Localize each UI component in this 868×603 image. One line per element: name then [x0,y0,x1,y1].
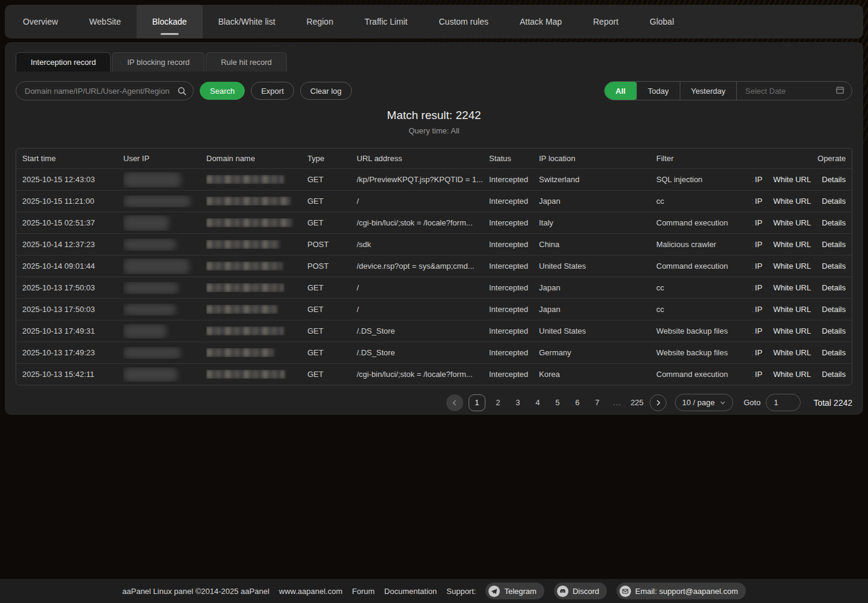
block-ip-link[interactable]: Block IP [753,175,768,184]
discord-label: Discord [573,587,599,596]
table-row: 2025-10-13 15:42:11 GET /cgi-bin/luci/;s… [16,363,852,385]
details-link[interactable]: Details [816,262,846,271]
page-size-select[interactable]: 10 / page [675,394,733,411]
block-ip-link[interactable]: Block IP [753,326,768,335]
page-7[interactable]: 7 [590,394,605,411]
page-5[interactable]: 5 [550,394,565,411]
table-row: 2025-10-15 02:51:37 GET /cgi-bin/luci/;s… [16,212,852,233]
table-header: Start time User IP Domain name Type URL … [16,148,852,168]
white-url-link[interactable]: White URL [768,197,816,206]
col-status: Status [489,154,539,163]
footer-website-link[interactable]: www.aapanel.com [279,587,343,596]
search-icon[interactable] [177,86,187,98]
next-page-button[interactable] [650,394,666,411]
redacted-user-ip [123,304,176,316]
block-ip-link[interactable]: Block IP [753,370,768,379]
white-url-link[interactable]: White URL [768,218,816,227]
page-3[interactable]: 3 [511,394,525,411]
discord-button[interactable]: Discord [554,583,607,599]
date-filter-yesterday[interactable]: Yesterday [680,82,736,100]
chevron-right-icon [654,399,662,406]
details-link[interactable]: Details [816,326,846,335]
select-date-input[interactable]: Select Date [736,82,852,100]
col-operate: Operate [753,154,846,163]
details-link[interactable]: Details [816,240,846,249]
footer-documentation-link[interactable]: Documentation [384,587,437,596]
details-link[interactable]: Details [816,218,846,227]
block-ip-link[interactable]: Block IP [753,240,768,249]
goto-page-input[interactable] [766,394,801,411]
table-body: 2025-10-15 12:43:03 GET /kp/PreviewKPQT.… [16,168,852,385]
redacted-domain [206,262,282,271]
nav-item-region[interactable]: Region [291,5,349,38]
page-1[interactable]: 1 [469,394,485,411]
col-domain-name: Domain name [206,154,307,163]
nav-item-overview[interactable]: Overview [7,5,73,38]
block-ip-link[interactable]: Block IP [753,305,768,314]
telegram-button[interactable]: Telegram [485,583,544,599]
col-filter: Filter [656,154,753,163]
nav-item-report[interactable]: Report [577,5,634,38]
redacted-domain [206,197,291,206]
details-link[interactable]: Details [816,197,846,206]
table-row: 2025-10-15 11:21:00 GET / Intercepted Ja… [16,190,852,212]
col-user-ip: User IP [123,154,206,163]
date-filter-today[interactable]: Today [636,82,680,100]
nav-item-blockade[interactable]: Blockade [137,5,203,38]
page-6[interactable]: 6 [570,394,585,411]
white-url-link[interactable]: White URL [768,305,816,314]
page-ellipsis[interactable]: ... [610,394,624,411]
redacted-domain [206,348,274,357]
nav-item-website[interactable]: WebSite [73,5,137,38]
nav-item-traffic-limit[interactable]: Traffic Limit [349,5,423,38]
block-ip-link[interactable]: Block IP [753,197,768,206]
white-url-link[interactable]: White URL [768,348,816,357]
redacted-user-ip [123,239,176,251]
active-tab-underline [161,33,179,35]
search-button[interactable]: Search [200,82,245,100]
white-url-link[interactable]: White URL [768,370,816,379]
search-input[interactable] [16,87,193,96]
page-2[interactable]: 2 [491,394,505,411]
block-ip-link[interactable]: Block IP [753,283,768,292]
details-link[interactable]: Details [816,305,846,314]
export-button[interactable]: Export [251,82,294,100]
result-summary: Match result: 2242 Query time: All [16,109,852,135]
white-url-link[interactable]: White URL [768,326,816,335]
table-row: 2025-10-13 17:49:23 GET /.DS_Store Inter… [16,341,852,363]
page-last[interactable]: 225 [630,394,644,411]
nav-item-custom-rules[interactable]: Custom rules [423,5,504,38]
calendar-icon[interactable] [836,85,845,96]
details-link[interactable]: Details [816,348,846,357]
nav-item-blockade-label: Blockade [152,17,187,26]
prev-page-button[interactable] [446,394,463,411]
details-link[interactable]: Details [816,283,846,292]
col-ip-location: IP location [539,154,656,163]
nav-item-attack-map[interactable]: Attack Map [504,5,577,38]
redacted-user-ip [123,367,177,382]
block-ip-link[interactable]: Block IP [753,218,768,227]
tab-ip-blocking-record[interactable]: IP blocking record [112,52,205,72]
block-ip-link[interactable]: Block IP [753,348,768,357]
tab-rule-hit-record[interactable]: Rule hit record [206,52,287,72]
table-row: 2025-10-13 17:50:03 GET / Intercepted Ja… [16,277,852,298]
tab-interception-record[interactable]: Interception record [16,52,111,72]
email-icon [620,586,631,597]
clear-log-button[interactable]: Clear log [300,82,352,100]
block-ip-link[interactable]: Block IP [753,262,768,271]
telegram-icon [488,586,500,597]
white-url-link[interactable]: White URL [768,262,816,271]
details-link[interactable]: Details [816,370,846,379]
page-4[interactable]: 4 [531,394,545,411]
email-button[interactable]: Email: support@aapanel.com [617,583,746,599]
footer-forum-link[interactable]: Forum [352,587,375,596]
date-filter-all[interactable]: All [605,82,636,100]
goto-label: Goto [743,398,760,407]
record-tabs: Interception record IP blocking record R… [16,52,852,72]
details-link[interactable]: Details [816,175,846,184]
white-url-link[interactable]: White URL [768,240,816,249]
nav-item-global[interactable]: Global [634,5,689,38]
white-url-link[interactable]: White URL [768,175,816,184]
nav-item-black-white-list[interactable]: Black/White list [203,5,291,38]
white-url-link[interactable]: White URL [768,283,816,292]
